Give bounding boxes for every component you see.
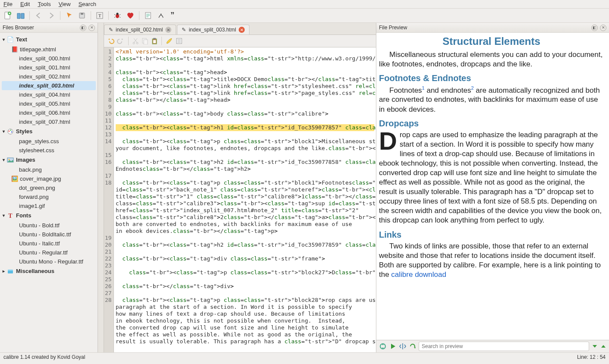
file-item[interactable]: index_split_007.html <box>0 117 98 126</box>
file-item[interactable]: index_split_004.html <box>0 90 98 99</box>
svg-rect-18 <box>8 270 13 273</box>
cat-fonts[interactable]: ▾TFonts <box>0 210 98 221</box>
file-item[interactable]: image1.gif <box>0 201 98 210</box>
preview-p2: Footnotes1 and endnotes2 are automatical… <box>379 85 604 114</box>
file-item[interactable]: Ubuntu - Bold.ttf <box>0 221 98 230</box>
preview-content[interactable]: Structural Elements Miscellaneous struct… <box>376 33 609 340</box>
file-item[interactable]: back.png <box>0 165 98 174</box>
panel-detach-icon[interactable]: ◧ <box>591 25 598 31</box>
cat-text[interactable]: ▾📄Text <box>0 35 98 45</box>
preview-panel: File Preview ◧ ✕ Structural Elements Mis… <box>376 23 609 352</box>
menu-tools[interactable]: Tools <box>38 1 50 7</box>
calibre-download-link[interactable]: calibre download <box>391 270 446 279</box>
file-item[interactable]: Ubuntu - Regular.ttf <box>0 248 98 257</box>
files-browser-panel: Files Browser ◧ ✕ ▾📄Text 📕titlepage.xhtm… <box>0 23 98 352</box>
undo-icon[interactable] <box>107 37 114 45</box>
preview-h2b: Dropcaps <box>379 119 604 129</box>
file-item[interactable]: page_styles.css <box>0 137 98 146</box>
search-next-icon[interactable] <box>592 343 598 349</box>
file-item[interactable]: Ubuntu - Italic.ttf <box>0 239 98 248</box>
svg-point-7 <box>117 13 119 15</box>
status-bar: calibre 1.14 created by Kovid Goyal Line… <box>0 352 609 361</box>
close-icon[interactable]: ✕ <box>239 27 245 33</box>
pencil-icon: ✎ <box>109 27 113 33</box>
file-item[interactable]: 📕titlepage.xhtml <box>0 45 98 54</box>
tab-1[interactable]: ✎ index_split_003.html ✕ <box>177 25 249 35</box>
menu-edit[interactable]: Edit <box>20 1 30 7</box>
editor-tabs: ✎ index_split_002.html ✕ ✎ index_split_0… <box>104 23 376 35</box>
left-scroll-gap <box>98 23 104 352</box>
brush-icon[interactable] <box>165 37 173 45</box>
file-item[interactable]: index_split_005.html <box>0 99 98 108</box>
file-item[interactable]: index_split_006.html <box>0 108 98 117</box>
file-item[interactable]: index_split_002.html <box>0 72 98 81</box>
code-editor[interactable]: 1234567891011121314151617181920212223242… <box>104 47 376 352</box>
close-icon[interactable]: ✕ <box>165 27 171 33</box>
code-area[interactable]: <?xml version='1.0' encoding='utf-8'?>cl… <box>114 47 376 352</box>
redo-icon[interactable] <box>117 37 125 45</box>
open-book-icon[interactable] <box>16 10 26 21</box>
paste-icon[interactable] <box>151 38 158 44</box>
cursor-icon[interactable] <box>64 10 74 21</box>
tab-0[interactable]: ✎ index_split_002.html ✕ <box>104 25 176 35</box>
copy-icon[interactable] <box>142 38 148 44</box>
status-left: calibre 1.14 created by Kovid Goyal <box>3 354 85 360</box>
file-item[interactable]: dot_green.png <box>0 183 98 192</box>
svg-text:T: T <box>98 13 101 18</box>
preview-h2c: Links <box>379 230 604 240</box>
doc1-icon[interactable] <box>143 10 153 21</box>
disk-icon[interactable] <box>77 10 87 21</box>
svg-point-12 <box>9 130 10 132</box>
svg-rect-26 <box>153 40 156 43</box>
panel-detach-icon[interactable]: ◧ <box>80 25 86 31</box>
doc2-icon[interactable] <box>156 10 166 21</box>
dropcap: D <box>379 130 400 151</box>
play-icon[interactable] <box>389 343 396 350</box>
menu-search[interactable]: Search <box>79 1 96 7</box>
panel-close-icon[interactable]: ✕ <box>600 25 606 31</box>
search-prev-icon[interactable] <box>600 343 606 349</box>
file-item[interactable]: 🖼️cover_image.jpg <box>0 174 98 183</box>
file-item[interactable]: forward.png <box>0 192 98 201</box>
reload-icon[interactable] <box>409 343 416 350</box>
preview-toolbar <box>376 340 609 352</box>
preview-p3: Drop caps are used to emphasize the lead… <box>379 130 604 226</box>
preview-title: File Preview ◧ ✕ <box>376 23 609 33</box>
sync-icon[interactable] <box>379 342 387 350</box>
menu-file[interactable]: File <box>3 1 13 7</box>
file-item[interactable]: Ubuntu - BoldItalic.ttf <box>0 230 98 239</box>
cat-misc[interactable]: ▸Miscellaneous <box>0 266 98 276</box>
new-file-icon[interactable] <box>3 10 13 21</box>
file-item[interactable]: index_split_001.html <box>0 63 98 72</box>
files-browser-label: Files Browser <box>3 25 34 31</box>
file-tree[interactable]: ▾📄Text 📕titlepage.xhtmlindex_split_000.h… <box>0 33 98 353</box>
split-icon[interactable] <box>399 342 407 350</box>
bug-icon[interactable] <box>112 10 123 21</box>
editor-toolbar <box>104 35 376 47</box>
footnote-2-link[interactable]: 2 <box>471 85 474 91</box>
cut-icon[interactable] <box>132 38 139 44</box>
editor-panel: ✎ index_split_002.html ✕ ✎ index_split_0… <box>104 23 376 352</box>
panel-close-icon[interactable]: ✕ <box>88 25 95 31</box>
svg-rect-19 <box>8 270 13 271</box>
nav-forward-icon[interactable] <box>46 10 57 21</box>
menu-view[interactable]: View <box>59 1 71 7</box>
file-item[interactable]: index_split_003.html <box>2 81 96 90</box>
nav-back-icon[interactable] <box>33 10 44 21</box>
search-input[interactable] <box>419 342 589 351</box>
cat-styles[interactable]: ▾Styles <box>0 126 98 137</box>
list-icon[interactable] <box>176 38 183 44</box>
svg-rect-3 <box>81 13 83 15</box>
text-icon[interactable]: T <box>95 10 105 21</box>
preview-h1: Structural Elements <box>379 35 604 47</box>
file-item[interactable]: index_split_000.html <box>0 54 98 63</box>
footnote-1-link[interactable]: 1 <box>422 85 425 91</box>
heart-icon[interactable] <box>125 10 136 21</box>
svg-text:”: ” <box>170 12 174 19</box>
file-item[interactable]: stylesheet.css <box>0 146 98 155</box>
file-item[interactable]: Ubuntu Mono - Regular.ttf <box>0 257 98 266</box>
cat-images[interactable]: ▾Images <box>0 155 98 165</box>
quote-icon[interactable]: ” <box>169 10 179 21</box>
menubar: File Edit Tools View Search <box>0 0 609 9</box>
svg-point-11 <box>8 129 13 134</box>
